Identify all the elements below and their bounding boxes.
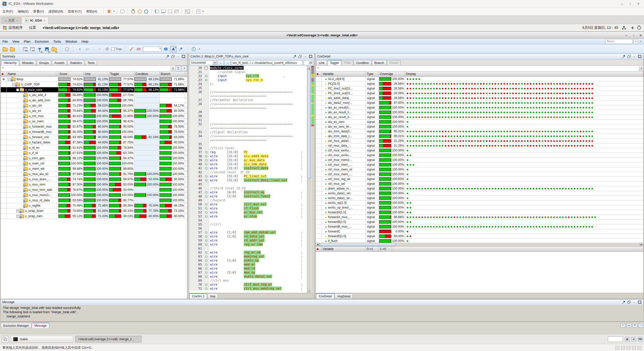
variable-row[interactable]: ▲forwardA_mux_...signal96.88%◆◆◆◆◆◆◆◆◆◆◆… xyxy=(316,215,643,220)
places-menu[interactable]: 位置 xyxy=(29,26,36,30)
tab-asserts[interactable]: Asserts xyxy=(52,60,67,65)
tree-row[interactable]: Mu_mux_imm87.50%100.00%50.00%100.00%100.… xyxy=(1,182,187,187)
tree-row[interactable]: Mu_mux_mem2r...100.00%100.00%100.00%100.… xyxy=(1,193,187,198)
variable-row[interactable]: ▲ctrl_mux_data_...signal31.25%◆◆◆◆◆◆◆◆◆◆… xyxy=(316,143,643,148)
pin-tool-button[interactable] xyxy=(178,46,184,52)
tab-tests[interactable]: Tests xyxy=(85,60,97,65)
variable-row[interactable]: ▲forwardA[1:0]signal100.00%◆◆ xyxy=(316,210,643,215)
variable-row[interactable]: ▲ctrl_mux_reg_wrsignal100.00%◆ xyxy=(316,177,643,182)
web-sync-button[interactable] xyxy=(191,46,197,52)
fold-icon[interactable]: − xyxy=(205,66,208,69)
tab-condition[interactable]: Condition xyxy=(354,60,371,65)
variable-row[interactable]: ▲ctrl_mux_mem_...signal100.00%◆◆◆ xyxy=(316,162,643,167)
filter-exclusion-button[interactable]: Ex xyxy=(37,46,43,52)
variable-row[interactable]: ▲ctrl_mux_data0...signal31.25%◆◆◆◆◆◆◆◆◆◆… xyxy=(316,139,643,143)
float-icon[interactable] xyxy=(298,55,302,58)
scroll-left-icon[interactable]: ◀ xyxy=(316,243,319,246)
variable-row[interactable]: ▲forwardB_mux_...signal100.00%◆◆◆◆◆◆◆◆◆◆… xyxy=(316,224,643,229)
variable-row[interactable]: ▲forwardD[1:0]signal50.00%◆◆ xyxy=(316,234,643,239)
variable-row[interactable]: ▲ctrl_mux_mem2...signal100.00%◆ xyxy=(316,158,643,162)
source-vertical-scrollbar[interactable]: ▲ ▼ xyxy=(307,66,311,293)
new-folder-button[interactable] xyxy=(9,46,15,52)
source-line[interactable]: 64wire [1:0] exAlu_op ; xyxy=(189,258,307,262)
refresh-button[interactable] xyxy=(64,46,70,52)
covdetail-horizontal-scrollbar[interactable]: ◀ ▶ xyxy=(316,243,643,246)
sound-device-icon[interactable] xyxy=(637,346,641,349)
variable-row[interactable]: ▲alu_ex_result[3...signal100.00%◆◆◆◆◆◆◆◆… xyxy=(316,105,643,110)
show-thumbnail-bar-button[interactable] xyxy=(161,9,166,14)
cd-device-icon[interactable] xyxy=(621,346,625,349)
source-line[interactable]: 46//third level ID_EX xyxy=(189,186,307,190)
tree-row[interactable]: Mu_mux_imm_add76.67%100.00%30.00%100.00% xyxy=(1,187,187,193)
source-line[interactable]: 65wire mem_wr ; xyxy=(189,262,307,267)
source-line[interactable]: 48wire [2:0] instruct_func3 ; xyxy=(189,194,307,198)
filter-dropdown-icon[interactable]: ▼ xyxy=(171,66,175,71)
vmware-menu-item[interactable]: 编辑(E) xyxy=(18,10,29,13)
tree-row[interactable]: +Mu_wrap_iram55.12%71.43%49.03%40.00%60.… xyxy=(1,214,187,219)
variable-row[interactable]: ▲PC_line2_out[31...signal26.56%◆◆◆◆◆◆◆◆◆… xyxy=(316,86,643,91)
load-exclusion-button[interactable]: Ex xyxy=(51,46,57,52)
network-icon[interactable] xyxy=(622,26,626,29)
column-header-variable[interactable]: Variable△ xyxy=(322,71,366,76)
verdi-restore-button[interactable]: ▫ xyxy=(633,33,634,37)
scroll-down-icon[interactable]: ▼ xyxy=(307,289,311,293)
apply-check-button[interactable]: ✓ xyxy=(97,46,103,52)
toggle-column-header[interactable]: 0->1 xyxy=(366,246,379,251)
vmware-menu-item[interactable]: 虚拟机(M) xyxy=(48,10,63,13)
tree-row[interactable]: Mu_forwardA_mux81.67%80.00%90.00%75.00% xyxy=(1,124,187,129)
tree-row[interactable]: Mu_alu_add_458.85%100.00%17.71% xyxy=(1,93,187,98)
column-header-condition[interactable]: Condition xyxy=(134,71,160,76)
source-line[interactable]: 56 xyxy=(189,226,307,230)
vmware-menu-item[interactable]: 帮助(H) xyxy=(86,10,97,13)
variable-row[interactable]: ▲alu_ex_zero_lin...signal100.00%◆ xyxy=(316,124,643,129)
tree-expander[interactable]: − xyxy=(16,89,19,91)
variable-row[interactable]: ▲ctrl_mux_selsignal100.00%◆ xyxy=(316,182,643,186)
delete-button[interactable]: × xyxy=(77,46,83,52)
search-dropdown-icon[interactable]: ▼ xyxy=(639,40,641,43)
taskbar-keyboard-icon[interactable]: ⌨ xyxy=(638,337,642,341)
pin-icon[interactable] xyxy=(621,300,626,304)
tree-row[interactable]: Mu_forward_unit83.39%90.00%98.08%62.16%8… xyxy=(1,135,187,140)
variable-row[interactable]: ▲alu_imm_data[3...signal95.31%◆◆◆◆◆◆◆◆◆◆… xyxy=(316,129,643,134)
taskbar-grid-icon[interactable]: ▦ xyxy=(625,337,629,341)
back-arrow-button[interactable]: ← xyxy=(218,60,224,65)
tree-row[interactable]: Mu_id_ex91.61%100.00%74.84%100.00% xyxy=(1,145,187,150)
source-line[interactable]: 51wire if_flush ; xyxy=(189,206,307,210)
source-line[interactable]: 57wire [1:0] imm_add_data0_sel ; xyxy=(189,230,307,234)
vmware-tab-主页[interactable]: ⌂主页× xyxy=(2,17,21,24)
variable-row[interactable]: ▲forwardB[1:0]signal100.00%◆◆ xyxy=(316,220,643,224)
variable-row[interactable]: ▲alu_ex_zerosignal100.00%◆ xyxy=(316,120,643,124)
taskbar-item[interactable]: >_make xyxy=(11,336,73,343)
variable-row[interactable]: ▲if_flushsignal100.00%◆ xyxy=(316,239,643,243)
source-line[interactable]: 42//second level IF_ID xyxy=(189,170,307,174)
column-header-coverage[interactable]: Coverage xyxy=(379,71,405,76)
tree-row[interactable]: Mu_mux_rd_data93.59%100.00%80.77%100.00% xyxy=(1,198,187,203)
tree-row[interactable]: −MU_CHIP_TOP74.62%81.13%77.57%68.13%71.6… xyxy=(1,82,187,87)
tree-expander[interactable]: − xyxy=(8,78,11,81)
variable-row[interactable]: ▲exAlu_op[1:0]signal100.00%◆◆ xyxy=(316,201,643,205)
scroll-right-icon[interactable]: ▶ xyxy=(639,243,643,246)
vm-pause-button[interactable] xyxy=(106,9,112,14)
minimize-icon[interactable]: – xyxy=(632,300,636,304)
scrollbar-thumb[interactable] xyxy=(307,70,311,178)
tree-row[interactable]: Mu_mem_wb99.88%100.00%99.65%100.00% xyxy=(1,166,187,171)
add-exclusion-button[interactable]: +Ex xyxy=(29,46,35,52)
verdi-minimize-button[interactable]: – xyxy=(626,33,627,37)
open-database-button[interactable] xyxy=(2,46,8,52)
tree-row[interactable]: Mu_mux_dram_...74.74%100.00%98.97%50.00%… xyxy=(1,177,187,182)
variable-row[interactable]: ▲PC[31:0]signal26.56%◆◆◆◆◆◆◆◆◆◆◆◆◆◆◆◆◆◆◆… xyxy=(316,81,643,86)
tree-row[interactable]: Mu_crtl_mux80.41%100.00%21.65%100.00%100… xyxy=(1,114,187,119)
usb-device-icon[interactable] xyxy=(632,346,636,349)
source-line[interactable]: 50wire ctrl_mux_sel ; xyxy=(189,202,307,206)
tree-row[interactable]: Mu_alu_ex79.84%64.00%95.37%100.00%60.00% xyxy=(1,108,187,114)
source-line[interactable]: 43wire [31:0] PC_line2_out ; xyxy=(189,174,307,178)
vmware-close-button[interactable]: × xyxy=(637,2,639,6)
source-line[interactable]: 21 //system signal xyxy=(189,70,307,74)
vmware-tab-IC_EDA[interactable]: IC_EDA× xyxy=(22,17,48,24)
applications-menu[interactable]: 应用程序 xyxy=(9,26,23,30)
variable-row[interactable]: ▲alu_ex_result_li...signal100.00%◆◆◆◆◆◆◆… xyxy=(316,115,643,120)
console-button[interactable]: >_ xyxy=(185,9,190,14)
source-line[interactable]: 26//====================================… xyxy=(189,90,307,94)
variable-row[interactable]: ▲alu_ex_result_li...signal100.00%◆◆◆◆◆◆◆… xyxy=(316,110,643,115)
tree-expander[interactable]: + xyxy=(16,210,19,212)
